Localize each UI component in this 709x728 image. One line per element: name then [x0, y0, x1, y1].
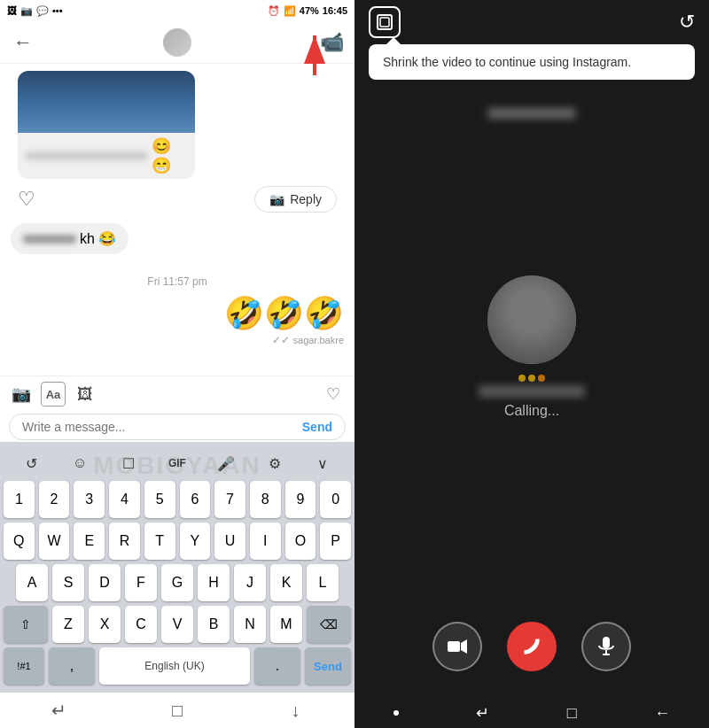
- space-key[interactable]: English (UK): [99, 647, 250, 685]
- key-0[interactable]: 0: [320, 481, 351, 518]
- kb-expand-icon[interactable]: ∨: [308, 449, 337, 477]
- video-call-button[interactable]: 📹: [319, 30, 344, 55]
- video-toggle-button[interactable]: [432, 622, 482, 671]
- key-n[interactable]: N: [234, 606, 266, 643]
- other-message: kh 😂: [11, 223, 344, 265]
- key-a[interactable]: A: [16, 564, 48, 601]
- key-y[interactable]: Y: [180, 523, 211, 560]
- flip-camera-button[interactable]: ↺: [679, 11, 695, 34]
- comma-key[interactable]: ,: [49, 647, 95, 685]
- key-k[interactable]: K: [270, 564, 302, 601]
- key-5[interactable]: 5: [144, 481, 175, 518]
- key-7[interactable]: 7: [214, 481, 245, 518]
- mic-ctrl-icon: [598, 637, 614, 656]
- alarm-icon: ⏰: [268, 5, 280, 17]
- end-call-button[interactable]: [507, 622, 557, 671]
- key-t[interactable]: T: [144, 523, 175, 560]
- qwerty-row: Q W E R T Y U I O P: [0, 523, 354, 560]
- key-f[interactable]: F: [125, 564, 157, 601]
- other-bubble: kh 😂: [11, 223, 129, 254]
- key-1[interactable]: 1: [4, 481, 35, 518]
- key-m[interactable]: M: [270, 606, 302, 643]
- nav-back-right[interactable]: ↵: [476, 703, 489, 723]
- key-h[interactable]: H: [198, 564, 230, 601]
- key-p[interactable]: P: [320, 523, 351, 560]
- key-z[interactable]: Z: [52, 606, 84, 643]
- key-u[interactable]: U: [214, 523, 245, 560]
- nav-home-left[interactable]: □: [165, 698, 190, 723]
- key-v[interactable]: V: [161, 606, 193, 643]
- key-d[interactable]: D: [89, 564, 121, 601]
- backspace-key[interactable]: ⌫: [307, 606, 351, 643]
- end-call-icon: [520, 635, 543, 658]
- asdf-row: A S D F G H J K L: [0, 564, 354, 601]
- svg-rect-3: [380, 18, 389, 27]
- keyboard-toolbar: ↺ ☺ ☐ GIF 🎤 ⚙ ∨: [0, 445, 354, 481]
- gallery-icon[interactable]: 🖼: [73, 382, 97, 407]
- contact-info[interactable]: [163, 28, 191, 57]
- status-bar: 🖼 📷 💬 ••• ⏰ 📶 47% 16:45: [0, 0, 354, 21]
- key-r[interactable]: R: [109, 523, 140, 560]
- kb-settings-icon[interactable]: ⚙: [261, 449, 289, 477]
- text-format-icon[interactable]: Aa: [41, 382, 66, 407]
- status-icon-2: 📷: [20, 5, 33, 17]
- key-3[interactable]: 3: [74, 481, 105, 518]
- shrink-icon: [377, 14, 393, 30]
- message-input[interactable]: [22, 420, 295, 434]
- kb-emoji-icon[interactable]: ☺: [66, 449, 94, 477]
- key-2[interactable]: 2: [39, 481, 70, 518]
- kb-gif-icon[interactable]: GIF: [163, 449, 191, 477]
- reply-button[interactable]: 📷 Reply: [254, 186, 337, 213]
- symbols-key[interactable]: !#1: [4, 647, 44, 685]
- key-w[interactable]: W: [39, 523, 70, 560]
- keyboard-send-key[interactable]: Send: [305, 647, 351, 685]
- key-s[interactable]: S: [52, 564, 84, 601]
- key-c[interactable]: C: [125, 606, 157, 643]
- svg-rect-6: [603, 637, 610, 648]
- status-icon-1: 🖼: [7, 5, 17, 16]
- key-b[interactable]: B: [198, 606, 230, 643]
- key-i[interactable]: I: [250, 523, 281, 560]
- key-4[interactable]: 4: [109, 481, 140, 518]
- dot-2: [528, 375, 535, 382]
- nav-home-right[interactable]: □: [567, 704, 577, 723]
- video-ctrl-icon: [448, 639, 467, 654]
- message-image-footer: 😊😁: [18, 133, 195, 179]
- key-l[interactable]: L: [307, 564, 339, 601]
- nav-recent-right[interactable]: ←: [654, 704, 670, 723]
- heart-tool-icon[interactable]: ♡: [321, 382, 346, 407]
- nav-back-left[interactable]: ↵: [47, 698, 72, 723]
- message-image: [18, 71, 195, 133]
- shift-key[interactable]: ⇧: [4, 606, 48, 643]
- call-controls: [354, 604, 709, 698]
- period-key[interactable]: .: [254, 647, 300, 685]
- key-j[interactable]: J: [234, 564, 266, 601]
- kb-undo-icon[interactable]: ↺: [17, 449, 45, 477]
- caller-name-blurred: [479, 385, 585, 398]
- key-e[interactable]: E: [74, 523, 105, 560]
- key-g[interactable]: G: [161, 564, 193, 601]
- mute-button[interactable]: [581, 622, 631, 671]
- key-o[interactable]: O: [285, 523, 316, 560]
- key-9[interactable]: 9: [285, 481, 316, 518]
- kb-mic-icon[interactable]: 🎤: [212, 449, 240, 477]
- key-6[interactable]: 6: [180, 481, 211, 518]
- calling-status: Calling...: [504, 403, 559, 419]
- camera-tool-icon[interactable]: 📷: [9, 382, 34, 407]
- image-message-bubble: 😊😁: [18, 71, 195, 179]
- key-x[interactable]: X: [89, 606, 121, 643]
- key-8[interactable]: 8: [250, 481, 281, 518]
- send-button[interactable]: Send: [302, 420, 332, 434]
- nav-dot-indicator: [393, 710, 399, 716]
- shrink-video-button[interactable]: [369, 6, 401, 38]
- chat-area: 😊😁 ♡ 📷 Reply kh 😂 Fri 11:57 pm 🤣🤣🤣 ✓✓: [0, 64, 354, 376]
- tooltip-box: Shrink the video to continue using Insta…: [369, 44, 695, 80]
- like-button[interactable]: ♡: [18, 188, 35, 211]
- number-row: 1 2 3 4 5 6 7 8 9 0: [0, 481, 354, 518]
- key-q[interactable]: Q: [4, 523, 35, 560]
- kb-clipboard-icon[interactable]: ☐: [114, 449, 143, 477]
- sender-name: ✓✓ sagar.bakre: [11, 334, 344, 346]
- nav-recent-left[interactable]: ↓: [283, 698, 308, 723]
- back-button[interactable]: ←: [11, 30, 35, 55]
- time-display: 16:45: [323, 5, 347, 16]
